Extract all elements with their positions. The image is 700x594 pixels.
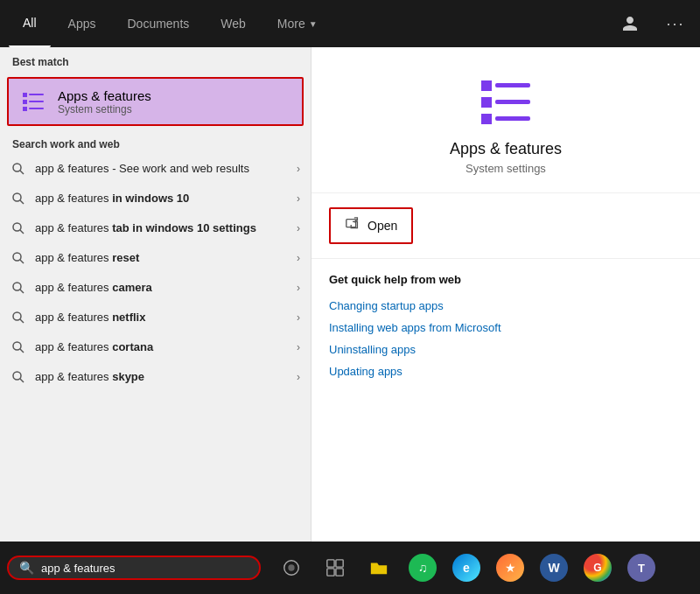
cortana-button[interactable] [271, 548, 312, 588]
open-button-row: Open [312, 193, 700, 259]
svg-rect-4 [23, 107, 27, 111]
chrome-button[interactable]: G [578, 548, 618, 588]
spotify-button[interactable]: ♫ [402, 548, 443, 588]
app-details-top: Apps & features System settings [312, 47, 700, 193]
best-match-subtitle: System settings [58, 103, 151, 115]
result-text: app & features in windows 10 [35, 192, 288, 206]
apps-features-icon [19, 87, 47, 115]
more-options-icon[interactable]: ··· [660, 8, 691, 39]
result-text: app & features netflix [35, 311, 288, 325]
taskbar-search-icon: 🔍 [19, 561, 34, 575]
app-icon-large [478, 73, 534, 129]
list-item[interactable]: app & features netflix › [0, 303, 311, 332]
svg-rect-5 [29, 108, 44, 109]
tab-apps[interactable]: Apps [54, 0, 110, 47]
svg-point-8 [13, 193, 21, 201]
open-label: Open [368, 219, 397, 233]
left-panel: Best match Apps & features System settin… [0, 47, 311, 542]
search-icon [10, 339, 26, 355]
main-content: Best match Apps & features System settin… [0, 47, 700, 542]
svg-rect-33 [336, 560, 343, 567]
result-text: app & features tab in windows 10 setting… [35, 221, 288, 236]
svg-rect-23 [495, 83, 530, 87]
list-item[interactable]: app & features - See work and web result… [0, 154, 311, 184]
list-item[interactable]: app & features reset › [0, 243, 311, 273]
svg-point-16 [13, 312, 21, 320]
svg-point-20 [13, 372, 21, 380]
search-icon [10, 220, 26, 236]
list-item[interactable]: app & features tab in windows 10 setting… [0, 213, 311, 243]
quick-help-link-3[interactable]: Uninstalling apps [329, 339, 682, 360]
svg-point-12 [13, 253, 21, 261]
search-icon [10, 250, 26, 266]
svg-line-11 [20, 230, 24, 234]
tab-documents[interactable]: Documents [113, 0, 203, 47]
tab-all[interactable]: All [9, 0, 51, 47]
chevron-right-icon: › [297, 371, 300, 383]
svg-rect-27 [495, 116, 530, 121]
file-explorer-button[interactable] [359, 548, 399, 588]
tab-more[interactable]: More ▼ [263, 0, 332, 47]
quick-help-title: Get quick help from web [329, 273, 682, 286]
svg-point-6 [13, 164, 21, 171]
result-text: app & features camera [35, 281, 288, 296]
svg-point-10 [13, 223, 21, 231]
list-item[interactable]: app & features cortana › [0, 332, 311, 362]
svg-line-21 [20, 379, 24, 382]
svg-rect-25 [495, 100, 530, 104]
edge-button[interactable]: e [446, 548, 486, 588]
svg-rect-3 [29, 101, 44, 102]
taskbar: 🔍 ♫ e ★ W G [0, 542, 700, 594]
person-icon[interactable] [614, 8, 646, 39]
search-icon [10, 161, 26, 177]
quick-help-link-4[interactable]: Updating apps [329, 360, 682, 382]
search-icon [10, 369, 26, 385]
svg-rect-1 [29, 94, 44, 95]
taskbar-search-input[interactable] [41, 562, 248, 575]
quick-help-link-2[interactable]: Installing web apps from Microsoft [329, 317, 682, 339]
open-icon [345, 216, 360, 235]
quick-help-link-1[interactable]: Changing startup apps [329, 295, 682, 317]
search-icon [10, 310, 26, 325]
search-work-label: Search work and web [0, 129, 311, 154]
svg-rect-35 [336, 569, 343, 576]
svg-point-31 [288, 564, 294, 570]
chevron-right-icon: › [297, 282, 300, 294]
app-subtitle: System settings [466, 162, 546, 175]
teams-button[interactable]: T [621, 548, 662, 588]
chevron-down-icon: ▼ [309, 19, 318, 29]
result-text: app & features cortana [35, 340, 288, 355]
open-button[interactable]: Open [329, 207, 413, 244]
tab-web[interactable]: Web [206, 0, 260, 47]
chevron-right-icon: › [297, 341, 300, 353]
chevron-right-icon: › [297, 192, 300, 205]
task-view-button[interactable] [315, 548, 355, 588]
nav-right-icons: ··· [614, 8, 691, 39]
svg-point-18 [13, 342, 21, 350]
best-match-item[interactable]: Apps & features System settings [7, 77, 304, 126]
colorful-button[interactable]: ★ [490, 548, 530, 588]
svg-rect-22 [481, 80, 492, 91]
list-item[interactable]: app & features in windows 10 › [0, 184, 311, 213]
svg-rect-26 [481, 114, 492, 124]
chevron-right-icon: › [297, 252, 300, 264]
svg-point-14 [13, 283, 21, 290]
list-item[interactable]: app & features camera › [0, 273, 311, 303]
taskbar-search[interactable]: 🔍 [7, 556, 261, 580]
svg-rect-24 [481, 97, 492, 108]
search-icon [10, 191, 26, 206]
svg-rect-2 [23, 100, 27, 104]
quick-help-section: Get quick help from web Changing startup… [312, 259, 700, 396]
svg-line-15 [20, 290, 24, 293]
best-match-text: Apps & features System settings [58, 88, 151, 115]
svg-line-9 [20, 200, 24, 204]
list-item[interactable]: app & features skype › [0, 362, 311, 392]
svg-rect-34 [327, 569, 334, 576]
search-icon [10, 280, 26, 296]
svg-line-17 [20, 319, 24, 323]
result-text: app & features reset [35, 251, 288, 266]
word-button[interactable]: W [534, 548, 574, 588]
best-match-title: Apps & features [58, 88, 151, 103]
result-text: app & features skype [35, 370, 288, 385]
top-navigation: All Apps Documents Web More ▼ ··· [0, 0, 700, 47]
